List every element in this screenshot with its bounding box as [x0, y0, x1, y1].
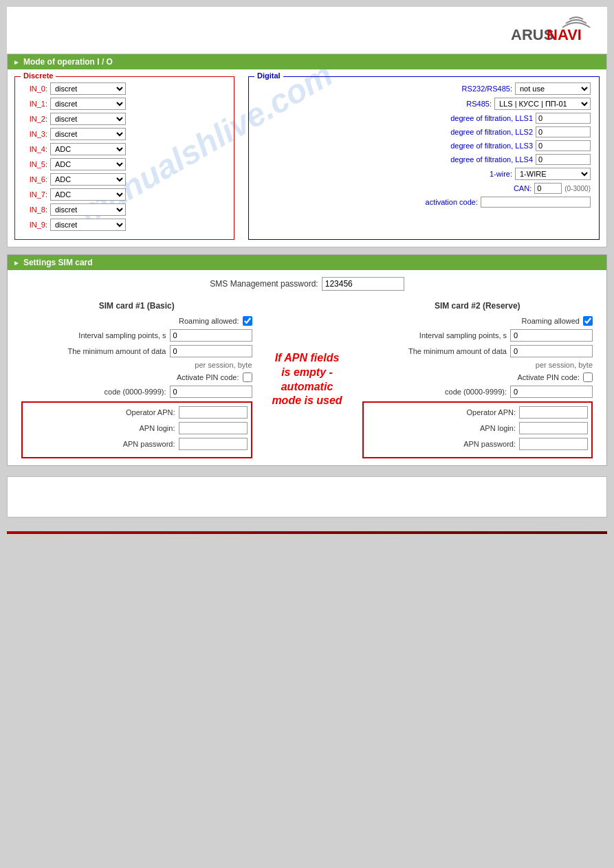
- can-input[interactable]: [534, 183, 562, 194]
- sim1-password-row: APN password:: [26, 438, 248, 450]
- mode-section-header: ► Mode of operation I / O: [8, 54, 606, 69]
- sim2-mindata-row: The minimum amount of data: [362, 345, 593, 357]
- sim1-mindata-input[interactable]: [170, 345, 252, 357]
- activation-row: activation code:: [257, 197, 591, 208]
- digital-fieldset: Digital RS232/RS485: not useRS232RS485 R…: [248, 76, 600, 240]
- in8-label: IN_8:: [23, 205, 47, 214]
- sim2-roaming-label: Roaming allowed: [362, 317, 580, 325]
- sim2-mindata-input[interactable]: [510, 345, 593, 357]
- sim1-code-row: code (0000-9999):: [21, 386, 252, 398]
- in7-row: IN_7: ADCdiscretfrequency: [23, 188, 226, 201]
- in6-select[interactable]: ADCdiscretfrequency: [50, 173, 126, 186]
- discrete-label: Discrete: [21, 71, 56, 80]
- in7-select[interactable]: ADCdiscretfrequency: [50, 188, 126, 201]
- activation-label: activation code:: [257, 198, 478, 206]
- sim2-interval-input[interactable]: [510, 329, 593, 342]
- wire-select[interactable]: 1-WIREnone: [515, 168, 591, 180]
- sim1-password-input[interactable]: [179, 438, 248, 450]
- sms-password-label: SMS Management password:: [210, 279, 318, 289]
- sim1-pin-checkbox[interactable]: [243, 372, 252, 382]
- sim2-pin-row: Activate PIN code:: [362, 372, 593, 382]
- lls1-label: degree of filtration, LLS1: [257, 114, 533, 122]
- sim-arrow-icon: ►: [13, 259, 20, 267]
- sim1-apn-row: Operator APN:: [26, 406, 248, 419]
- in0-select[interactable]: discretADCfrequency: [50, 82, 126, 95]
- in8-select[interactable]: discretADCfrequency: [50, 203, 126, 216]
- in8-row: IN_8: discretADCfrequency: [23, 203, 226, 216]
- lls4-input[interactable]: [536, 154, 591, 165]
- in6-row: IN_6: ADCdiscretfrequency: [23, 173, 226, 186]
- lls4-row: degree of filtration, LLS4: [257, 154, 591, 165]
- in9-label: IN_9:: [23, 221, 47, 229]
- sim1-interval-input[interactable]: [170, 329, 252, 342]
- sim1-apn-group: Operator APN: APN login: APN password:: [21, 401, 252, 458]
- sim2-card: SIM card #2 (Reserve) Roaming allowed In…: [362, 301, 593, 458]
- sim2-login-input[interactable]: [519, 422, 588, 434]
- sms-password-input[interactable]: [322, 277, 404, 291]
- sim2-code-label: code (0000-9999):: [362, 388, 507, 396]
- sim1-roaming-row: Roaming allowed:: [21, 316, 252, 326]
- sim2-pin-label: Activate PIN code:: [362, 373, 580, 381]
- in3-select[interactable]: discretADCfrequency: [50, 128, 126, 140]
- logo-svg: ARUS NAVI: [511, 14, 593, 48]
- sim2-password-label: APN password:: [367, 440, 516, 448]
- sim1-interval-label: Interval sampling points, s: [21, 331, 166, 340]
- sim1-apn-input[interactable]: [179, 406, 248, 419]
- in4-row: IN_4: ADCdiscretfrequency: [23, 143, 226, 155]
- sim1-code-input[interactable]: [170, 386, 252, 398]
- in9-select[interactable]: discretADCfrequency: [50, 219, 126, 231]
- rs232-select[interactable]: not useRS232RS485: [515, 82, 591, 95]
- sim1-login-label: APN login:: [26, 424, 175, 432]
- sim2-password-input[interactable]: [519, 438, 588, 450]
- sim2-interval-row: Interval sampling points, s: [362, 329, 593, 342]
- lls1-input[interactable]: [536, 113, 591, 124]
- sim2-interval-label: Interval sampling points, s: [362, 331, 507, 340]
- sim2-code-input[interactable]: [510, 386, 593, 398]
- activation-input[interactable]: [481, 197, 591, 208]
- in2-row: IN_2: discretADCfrequency: [23, 113, 226, 125]
- lls3-input[interactable]: [536, 140, 591, 151]
- sim1-login-input[interactable]: [179, 422, 248, 434]
- sim1-pin-label: Activate PIN code:: [21, 373, 239, 381]
- discrete-fieldset: Discrete IN_0: discretADCfrequency IN_1:…: [14, 76, 234, 240]
- in4-label: IN_4:: [23, 145, 47, 153]
- mode-section: ► Mode of operation I / O manualshlive.c…: [7, 54, 607, 247]
- in0-row: IN_0: discretADCfrequency: [23, 82, 226, 95]
- sim1-roaming-checkbox[interactable]: [243, 316, 252, 326]
- sim2-mindata-label: The minimum amount of data: [362, 347, 507, 355]
- annotation-line2: is empty -: [281, 366, 333, 378]
- lls1-row: degree of filtration, LLS1: [257, 113, 591, 124]
- sim1-title: SIM card #1 (Basic): [21, 301, 252, 311]
- in2-select[interactable]: discretADCfrequency: [50, 113, 126, 125]
- sim1-login-row: APN login:: [26, 422, 248, 434]
- lls2-input[interactable]: [536, 126, 591, 137]
- sim1-password-label: APN password:: [26, 440, 175, 448]
- svg-text:NAVI: NAVI: [547, 26, 582, 43]
- rs232-row: RS232/RS485: not useRS232RS485: [257, 82, 591, 95]
- bottom-bar: [7, 476, 607, 518]
- sms-password-row: SMS Management password:: [21, 277, 593, 291]
- in2-label: IN_2:: [23, 115, 47, 123]
- in5-row: IN_5: ADCdiscretfrequency: [23, 158, 226, 170]
- sim1-roaming-label: Roaming allowed:: [21, 317, 239, 325]
- mode-section-title: Mode of operation I / O: [23, 57, 113, 67]
- sim2-apn-group: Operator APN: APN login: APN password:: [362, 401, 593, 458]
- in1-select[interactable]: discretADCfrequency: [50, 98, 126, 110]
- sim2-apn-input[interactable]: [519, 406, 588, 419]
- sim-cards-container: SIM card #1 (Basic) Roaming allowed: Int…: [21, 301, 593, 458]
- can-range: (0-3000): [564, 185, 591, 192]
- sim2-roaming-checkbox[interactable]: [583, 316, 593, 326]
- in5-select[interactable]: ADCdiscretfrequency: [50, 158, 126, 170]
- annotation-line4: mode is used: [272, 394, 342, 406]
- sim2-roaming-row: Roaming allowed: [362, 316, 593, 326]
- annotation-line3: automatic: [281, 381, 333, 392]
- sim1-pin-row: Activate PIN code:: [21, 372, 252, 382]
- sim1-apn-label: Operator APN:: [26, 408, 175, 416]
- in4-select[interactable]: ADCdiscretfrequency: [50, 143, 126, 155]
- in3-label: IN_3:: [23, 130, 47, 138]
- rs485-select[interactable]: LLS | КУСС | ПП-01: [494, 98, 591, 110]
- in0-label: IN_0:: [23, 85, 47, 93]
- sim2-pin-checkbox[interactable]: [583, 372, 593, 382]
- annotation-area: If APN fields is empty - automatic mode …: [266, 301, 349, 458]
- can-label: CAN:: [257, 184, 531, 192]
